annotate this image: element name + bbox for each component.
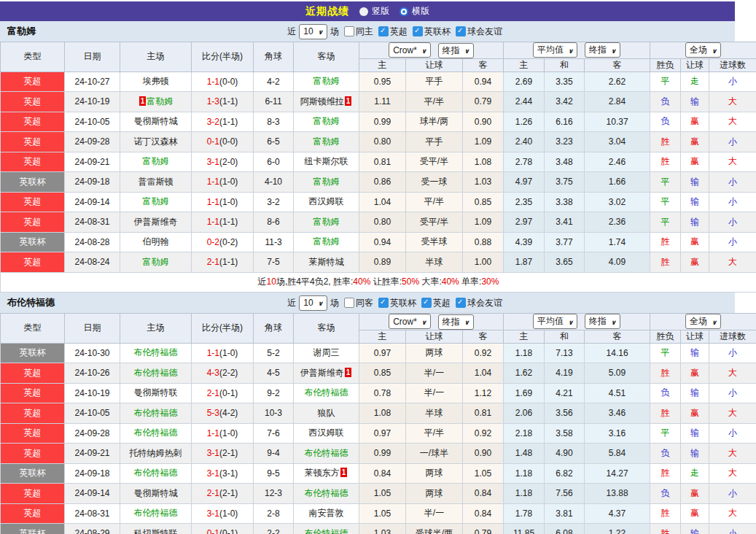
view-option-vertical[interactable]: 竖版 <box>359 5 389 18</box>
odds-home: 0.80 <box>359 212 406 233</box>
away-team[interactable]: 富勒姆 <box>313 116 340 126</box>
radio-icon-horizontal[interactable] <box>400 7 408 16</box>
away-team[interactable]: 伊普斯维奇 <box>300 368 344 378</box>
avg-away: 4.37 <box>585 503 650 524</box>
league-type-badge[interactable]: 英超 <box>1 132 65 152</box>
home-team[interactable]: 布伦特福德 <box>134 427 178 438</box>
league-type-badge[interactable]: 英联杯 <box>1 524 65 534</box>
filter-checkbox-英联杯[interactable] <box>378 298 389 308</box>
home-team[interactable]: 伊普斯维奇 <box>134 217 178 227</box>
scope-select[interactable]: 全场 <box>685 314 721 329</box>
result-handicap: 赢 <box>681 152 709 172</box>
home-team[interactable]: 布伦特福德 <box>134 347 178 357</box>
away-team[interactable]: 南安普敦 <box>309 508 344 518</box>
league-type-badge[interactable]: 英超 <box>1 503 65 524</box>
filter-checkbox-英超[interactable] <box>378 26 389 36</box>
away-team[interactable]: 谢周三 <box>313 347 340 357</box>
home-team[interactable]: 诺丁汉森林 <box>134 136 178 147</box>
league-type-badge[interactable]: 英超 <box>1 423 65 444</box>
home-team[interactable]: 富勒姆 <box>143 196 169 206</box>
league-type-badge[interactable]: 英联杯 <box>1 232 65 252</box>
filter-checkbox-英超[interactable] <box>421 298 432 308</box>
home-team[interactable]: 富勒姆 <box>143 156 169 166</box>
avg-draw: 3.35 <box>545 71 585 92</box>
league-type-badge[interactable]: 英联杯 <box>1 172 65 193</box>
league-type-badge[interactable]: 英超 <box>1 92 65 112</box>
away-team[interactable]: 布伦特福德 <box>305 528 348 534</box>
away-team[interactable]: 布伦特福德 <box>305 488 348 498</box>
away-team[interactable]: 莱顿东方 <box>305 468 340 478</box>
home-team[interactable]: 伯明翰 <box>143 236 169 247</box>
avg-select[interactable]: 平均值 <box>533 42 577 58</box>
avg-select[interactable]: 平均值 <box>533 314 577 329</box>
away-team[interactable]: 阿斯顿维拉 <box>300 96 344 107</box>
league-type-badge[interactable]: 英超 <box>1 192 65 212</box>
odds-home: 1.11 <box>359 92 406 112</box>
away-team[interactable]: 富勒姆 <box>313 217 340 227</box>
home-team[interactable]: 富勒姆 <box>143 257 169 267</box>
home-team[interactable]: 布伦特福德 <box>134 408 178 418</box>
league-type-badge[interactable]: 英超 <box>1 112 65 132</box>
scope-select[interactable]: 全场 <box>685 42 721 58</box>
away-team[interactable]: 富勒姆 <box>313 76 340 86</box>
away-team[interactable]: 西汉姆联 <box>309 427 344 438</box>
result-goals: 大 <box>709 463 756 484</box>
filter-checkbox-英联杯[interactable] <box>413 26 423 36</box>
away-team[interactable]: 莱斯特城 <box>309 257 344 267</box>
home-team[interactable]: 科切斯特联 <box>134 528 178 534</box>
home-team[interactable]: 曼彻斯特城 <box>134 488 178 498</box>
away-team[interactable]: 狼队 <box>318 408 335 418</box>
league-type-badge[interactable]: 英超 <box>1 363 65 384</box>
avg-final-select[interactable]: 终指 <box>585 314 620 329</box>
league-type-badge[interactable]: 英超 <box>1 152 65 172</box>
league-type-badge[interactable]: 英超 <box>1 444 65 464</box>
league-type-badge[interactable]: 英联杯 <box>1 463 65 484</box>
away-team[interactable]: 富勒姆 <box>313 177 340 187</box>
away-team[interactable]: 富勒姆 <box>313 136 340 147</box>
odds-final-select[interactable]: 终指 <box>438 43 474 58</box>
half-time-score: (1-0) <box>219 177 238 187</box>
home-team[interactable]: 曼彻斯特城 <box>134 116 178 126</box>
filter-checkbox-球会友谊[interactable] <box>456 26 466 36</box>
filter-checkbox-球会友谊[interactable] <box>456 298 466 308</box>
odds-source-select[interactable]: Crow* <box>389 42 431 58</box>
half-time-score: (2-1) <box>219 488 238 498</box>
view-option-horizontal[interactable]: 横版 <box>400 5 429 18</box>
avg-final-select[interactable]: 终指 <box>585 42 620 58</box>
home-team[interactable]: 曼彻斯特联 <box>134 387 178 398</box>
filter-checkbox-同客[interactable] <box>344 298 354 308</box>
home-team[interactable]: 布伦特福德 <box>134 468 178 478</box>
home-team[interactable]: 埃弗顿 <box>143 76 169 86</box>
home-team[interactable]: 托特纳姆热刺 <box>130 448 182 458</box>
avg-home: 1.18 <box>504 484 545 504</box>
home-team[interactable]: 布伦特福德 <box>134 368 178 378</box>
recent-count-select[interactable]: 10 <box>299 295 327 311</box>
recent-count-select[interactable]: 10 <box>299 24 327 39</box>
home-team[interactable]: 普雷斯顿 <box>139 177 174 187</box>
league-type-badge[interactable]: 英超 <box>1 212 65 233</box>
odds-home: 1.04 <box>359 192 406 212</box>
odds-away: 1.03 <box>463 172 504 193</box>
away-team[interactable]: 富勒姆 <box>313 236 340 247</box>
league-type-badge[interactable]: 英超 <box>1 383 65 403</box>
away-team[interactable]: 纽卡斯尔联 <box>305 156 348 166</box>
away-team[interactable]: 布伦特福德 <box>305 387 348 398</box>
match-row: 英超24-08-31伊普斯维奇1-1(1-1)8-6富勒姆0.80受平/半1.0… <box>1 212 756 233</box>
odds-source-select[interactable]: Crow* <box>389 314 431 329</box>
col-away: 客场 <box>294 314 359 344</box>
odds-final-select[interactable]: 终指 <box>438 314 474 330</box>
corners: 4-2 <box>254 71 294 92</box>
away-team[interactable]: 布伦特福德 <box>305 448 348 458</box>
league-type-badge[interactable]: 英超 <box>1 252 65 273</box>
radio-icon-vertical[interactable] <box>359 7 368 16</box>
league-type-badge[interactable]: 英联杯 <box>1 343 65 363</box>
league-type-badge[interactable]: 英超 <box>1 71 65 92</box>
league-type-badge[interactable]: 英超 <box>1 484 65 504</box>
summary-text: 场,胜4平4负2, 胜率: <box>276 276 353 287</box>
home-team[interactable]: 富勒姆 <box>147 96 173 107</box>
filter-checkbox-同主[interactable] <box>344 26 354 36</box>
away-team[interactable]: 西汉姆联 <box>309 196 344 206</box>
home-team[interactable]: 布伦特福德 <box>134 508 178 518</box>
sub-handicap: 让球 <box>406 58 463 71</box>
league-type-badge[interactable]: 英超 <box>1 403 65 424</box>
